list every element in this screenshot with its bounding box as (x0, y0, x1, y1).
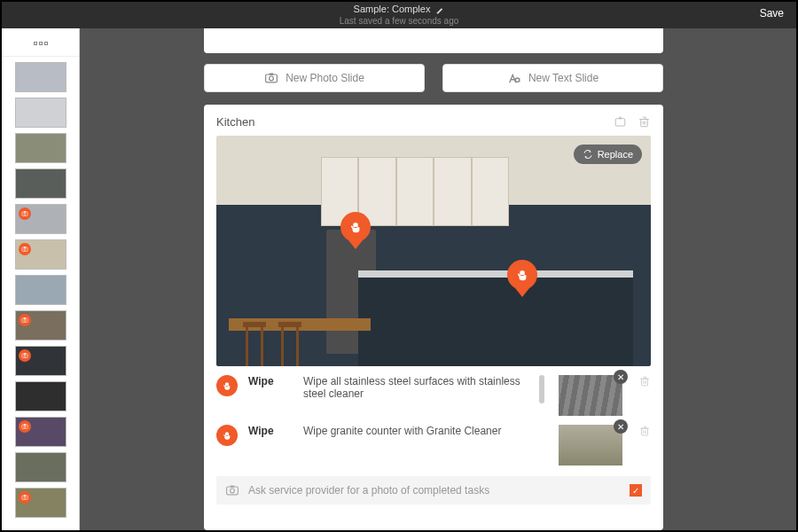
thumbnail[interactable] (15, 452, 66, 482)
thumbnail[interactable] (15, 310, 66, 340)
ask-photo-row: Ask service provider for a photo of comp… (216, 476, 651, 505)
camera-icon (264, 71, 278, 85)
task-pin[interactable] (507, 260, 537, 299)
thumbnail[interactable] (15, 168, 66, 199)
task-pin[interactable] (340, 212, 371, 251)
thumbnail[interactable] (15, 62, 66, 92)
thumbnail[interactable] (15, 239, 66, 270)
slide-card: Kitchen Replace (204, 105, 663, 530)
thumbnail[interactable] (15, 417, 66, 447)
thumbnail[interactable] (15, 381, 66, 411)
delete-slide-icon[interactable] (638, 115, 651, 129)
thumbnail[interactable] (15, 346, 66, 376)
new-photo-slide-label: New Photo Slide (286, 72, 364, 84)
task-name: Wipe (248, 375, 293, 387)
replace-icon (583, 149, 593, 160)
hand-icon (348, 220, 363, 234)
previous-slide-peek (204, 28, 663, 53)
new-text-slide-label: New Text Slide (528, 72, 598, 84)
edit-title-icon[interactable] (435, 5, 444, 14)
thumbnail[interactable] (15, 204, 66, 234)
replace-photo-button[interactable]: Replace (574, 145, 642, 164)
canvas-area: New Photo Slide New Text Slide Kitchen (80, 28, 796, 530)
task-row: WipeWipe all stainless steel surfaces wi… (216, 375, 651, 416)
camera-badge-icon (19, 349, 31, 362)
delete-task-icon[interactable] (638, 375, 651, 387)
text-icon (507, 71, 521, 85)
task-row: WipeWipe granite counter with Granite Cl… (216, 425, 651, 466)
save-status: Last saved a few seconds ago (340, 16, 459, 27)
thumbnail[interactable] (15, 98, 66, 128)
camera-badge-icon (19, 491, 31, 504)
thumbnail[interactable] (15, 133, 66, 163)
camera-badge-icon (19, 314, 31, 326)
camera-icon (225, 483, 239, 497)
ask-photo-checkbox[interactable]: ✓ (630, 484, 642, 497)
camera-badge-icon (19, 243, 31, 255)
task-photo[interactable]: ✕ (559, 375, 622, 416)
task-description: Wipe all stainless steel surfaces with s… (303, 375, 528, 400)
slide-title[interactable]: Kitchen (216, 115, 254, 129)
remove-photo-button[interactable]: ✕ (614, 419, 628, 434)
thumbnail-sidebar (2, 28, 80, 530)
scroll-indicator[interactable] (539, 375, 544, 403)
thumbnail[interactable] (15, 488, 66, 518)
task-type-icon (216, 375, 238, 396)
slide-photo[interactable]: Replace (216, 136, 651, 366)
task-description: Wipe granite counter with Granite Cleane… (303, 425, 548, 437)
task-name: Wipe (248, 425, 293, 437)
new-text-slide-button[interactable]: New Text Slide (442, 64, 663, 92)
camera-badge-icon (19, 207, 31, 220)
document-title: Sample: Complex (354, 4, 431, 15)
replace-label: Replace (598, 149, 633, 160)
thumbnail[interactable] (15, 275, 66, 305)
hand-icon (515, 268, 529, 282)
camera-badge-icon (19, 420, 31, 433)
ask-photo-text: Ask service provider for a photo of comp… (248, 484, 621, 497)
app-header: Sample: Complex Last saved a few seconds… (2, 2, 796, 28)
grid-view-button[interactable] (2, 35, 79, 57)
save-button[interactable]: Save (760, 7, 784, 20)
remove-photo-button[interactable]: ✕ (614, 370, 628, 384)
task-type-icon (216, 425, 238, 446)
new-photo-slide-button[interactable]: New Photo Slide (204, 64, 425, 92)
delete-task-icon[interactable] (638, 425, 651, 437)
task-photo[interactable]: ✕ (559, 425, 622, 466)
add-slide-icon[interactable] (614, 115, 627, 129)
